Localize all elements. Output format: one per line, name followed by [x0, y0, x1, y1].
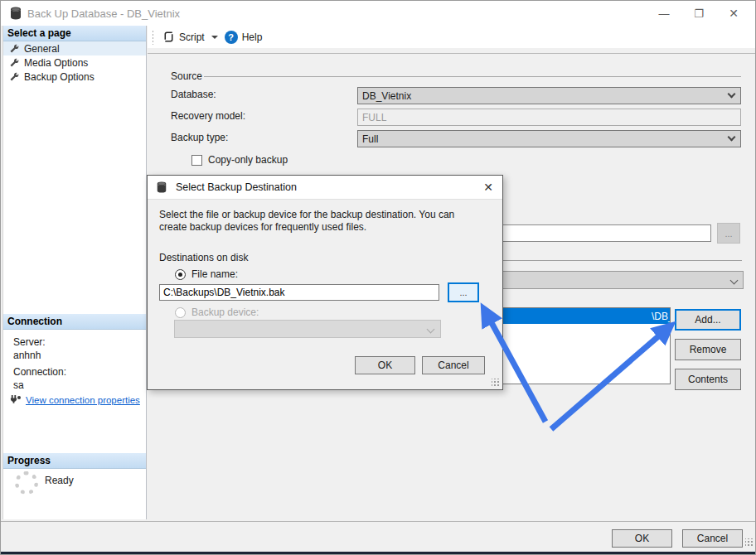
copy-only-backup-label: Copy-only backup: [208, 154, 288, 166]
recovery-model-value: FULL: [362, 112, 386, 123]
backup-type-value: Full: [362, 133, 378, 145]
source-group-label: Source: [171, 70, 202, 82]
database-combobox[interactable]: DB_Vietnix: [357, 87, 741, 104]
modal-resize-grip[interactable]: [492, 379, 500, 387]
toolbar: Script ? Help: [148, 26, 755, 48]
maximize-button[interactable]: ❐: [682, 1, 715, 26]
progress-spinner-icon: [15, 471, 38, 495]
copy-only-backup-checkbox[interactable]: [191, 155, 202, 166]
window-bottom-edge: [1, 552, 756, 555]
database-label: Database:: [171, 89, 216, 100]
wrench-icon: [9, 44, 19, 54]
server-value: anhnh: [13, 349, 46, 362]
connection-label: Connection:: [13, 365, 66, 379]
footer: OK Cancel: [1, 521, 756, 552]
minimize-button[interactable]: —: [647, 1, 681, 26]
server-info: Server: anhnh: [13, 335, 46, 362]
database-icon: [156, 181, 167, 193]
file-name-label: File name:: [191, 268, 238, 280]
help-icon: ?: [225, 31, 238, 44]
browse-button[interactable]: ...: [448, 282, 479, 302]
recovery-model-field: FULL: [357, 109, 741, 126]
window-title: Back Up Database - DB_Vietnix: [27, 7, 180, 20]
progress-header: Progress: [3, 453, 146, 469]
help-button[interactable]: ? Help: [225, 31, 263, 44]
connection-properties-icon: [10, 394, 22, 405]
modal-title-bar: Select Backup Destination ✕: [148, 176, 502, 200]
script-icon: [162, 31, 175, 43]
add-button[interactable]: Add...: [675, 309, 741, 331]
database-value: DB_Vietnix: [362, 90, 411, 102]
title-bar: Back Up Database - DB_Vietnix — ❐ ✕: [1, 1, 755, 26]
contents-button[interactable]: Contents: [675, 369, 741, 390]
connection-value: sa: [13, 379, 66, 392]
destination-browse-button[interactable]: ...: [717, 223, 740, 244]
server-label: Server:: [13, 335, 46, 349]
backup-device-label: Backup device:: [191, 306, 259, 318]
modal-cancel-button[interactable]: Cancel: [422, 356, 485, 374]
progress-status: Ready: [45, 475, 74, 486]
backup-type-label: Backup type:: [171, 132, 228, 143]
source-group-line: [204, 76, 741, 77]
ok-button[interactable]: OK: [612, 529, 672, 548]
script-dropdown-caret[interactable]: [211, 36, 218, 39]
modal-description: Select the file or backup device for the…: [159, 209, 482, 234]
sidebar-item-label: Media Options: [24, 57, 88, 69]
modal-close-icon[interactable]: ✕: [474, 181, 502, 194]
modal-title: Select Backup Destination: [176, 181, 297, 193]
backup-device-combobox: [174, 320, 441, 338]
recovery-model-label: Recovery model:: [171, 110, 245, 122]
sidebar-item-label: General: [24, 43, 60, 55]
file-name-radio[interactable]: [175, 269, 186, 280]
view-connection-properties-link[interactable]: View connection properties: [26, 395, 140, 405]
connection-header: Connection: [3, 314, 146, 330]
wrench-icon: [9, 58, 19, 68]
sidebar: Select a page General Media Options Back…: [2, 26, 147, 519]
backup-database-window: Back Up Database - DB_Vietnix — ❐ ✕ Sele…: [0, 0, 756, 555]
script-label: Script: [179, 31, 205, 43]
file-name-input[interactable]: [159, 284, 439, 301]
window-resize-grip[interactable]: [745, 538, 754, 547]
sidebar-item-backup-options[interactable]: Backup Options: [3, 70, 146, 84]
sidebar-item-general[interactable]: General: [3, 41, 146, 56]
chevron-down-icon: [728, 90, 736, 99]
script-button[interactable]: Script: [159, 29, 208, 45]
backup-device-radio[interactable]: [175, 307, 186, 318]
destinations-on-disk-label: Destinations on disk: [159, 252, 248, 263]
sidebar-item-media-options[interactable]: Media Options: [3, 56, 146, 70]
select-backup-destination-dialog: Select Backup Destination ✕ Select the f…: [147, 175, 503, 390]
remove-button[interactable]: Remove: [675, 339, 741, 360]
close-button[interactable]: ✕: [717, 1, 750, 26]
chevron-down-icon: [427, 326, 435, 334]
select-a-page-header: Select a page: [3, 26, 146, 41]
wrench-icon: [9, 72, 19, 82]
chevron-down-icon: [728, 133, 736, 142]
backup-type-combobox[interactable]: Full: [357, 130, 741, 147]
connection-info: Connection: sa: [13, 365, 66, 392]
database-icon: [9, 7, 22, 20]
modal-ok-button[interactable]: OK: [355, 356, 415, 374]
help-label: Help: [242, 31, 263, 43]
sidebar-item-label: Backup Options: [24, 71, 94, 83]
chevron-down-icon: [730, 277, 739, 285]
toolbar-grip: [152, 30, 154, 45]
cancel-button[interactable]: Cancel: [682, 529, 743, 548]
